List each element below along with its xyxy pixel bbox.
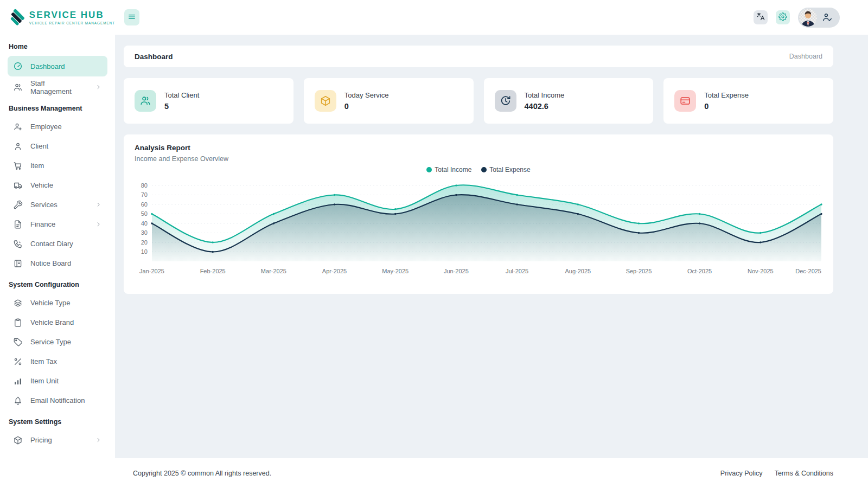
footer-link-terms-conditions[interactable]: Terms & Conditions bbox=[775, 470, 833, 477]
stats-row: Total Client5Today Service0Total Income4… bbox=[124, 78, 833, 124]
board-icon bbox=[13, 259, 23, 268]
sidebar-item-label: Services bbox=[30, 201, 58, 209]
x-axis-label: Dec-2025 bbox=[795, 268, 821, 274]
y-axis-label: 30 bbox=[141, 229, 148, 236]
analysis-report-card: Analysis Report Income and Expense Overv… bbox=[124, 134, 833, 294]
footer-link-privacy-policy[interactable]: Privacy Policy bbox=[720, 470, 763, 477]
service-box-icon bbox=[315, 90, 336, 112]
sidebar-item-service-type[interactable]: Service Type bbox=[8, 333, 107, 351]
stat-value: 5 bbox=[164, 102, 199, 111]
x-axis-label: May-2025 bbox=[382, 268, 409, 274]
x-axis-label: Sep-2025 bbox=[626, 268, 652, 274]
chart-legend: Total IncomeTotal Expense bbox=[135, 166, 822, 174]
x-axis-label: Oct-2025 bbox=[687, 268, 712, 274]
sidebar-item-staff-management[interactable]: Staff Management bbox=[8, 78, 107, 96]
x-axis-label: Nov-2025 bbox=[748, 268, 774, 274]
page-header-card: Dashboard Dashboard bbox=[124, 46, 833, 67]
copyright-text: Copyright 2025 © common All rights reser… bbox=[133, 470, 271, 477]
sidebar-nav: HomeDashboardStaff ManagementBusiness Ma… bbox=[0, 35, 115, 488]
chevron-right-icon bbox=[95, 436, 102, 444]
stat-card-today-service: Today Service0 bbox=[304, 78, 474, 124]
users-icon bbox=[13, 82, 23, 92]
legend-dot bbox=[426, 167, 432, 172]
sidebar-item-vehicle-brand[interactable]: Vehicle Brand bbox=[8, 313, 107, 331]
sidebar-item-label: Pricing bbox=[30, 436, 52, 444]
x-axis-label: Jun-2025 bbox=[444, 268, 469, 274]
sidebar-item-label: Service Type bbox=[30, 338, 71, 346]
y-axis-label: 50 bbox=[141, 210, 148, 217]
cart-icon bbox=[13, 161, 23, 171]
brand-text: SERVICE HUB VEHICLE REPAIR CENTER MANAGE… bbox=[29, 10, 115, 25]
phone-icon bbox=[13, 239, 23, 249]
x-axis-label: Jan-2025 bbox=[139, 268, 164, 274]
legend-item-total-income[interactable]: Total Income bbox=[426, 166, 471, 174]
y-axis-label: 70 bbox=[141, 191, 148, 198]
settings-button[interactable] bbox=[776, 10, 790, 24]
footer-links: Privacy PolicyTerms & Conditions bbox=[720, 470, 833, 477]
legend-dot bbox=[481, 167, 487, 172]
stat-value: 0 bbox=[704, 102, 749, 111]
sidebar-item-label: Item bbox=[30, 162, 44, 170]
stat-value: 4402.6 bbox=[525, 102, 565, 111]
sidebar-section-label-system-configuration: System Configuration bbox=[0, 274, 115, 292]
sidebar-item-pricing[interactable]: Pricing bbox=[8, 431, 107, 449]
main-content: Dashboard Dashboard Total Client5Today S… bbox=[115, 35, 868, 458]
sidebar-item-services[interactable]: Services bbox=[8, 196, 107, 214]
sidebar-item-label: Item Tax bbox=[30, 357, 57, 365]
sidebar-item-finance[interactable]: Finance bbox=[8, 215, 107, 233]
user-icon bbox=[13, 142, 23, 151]
y-axis-label: 20 bbox=[141, 239, 148, 246]
sidebar-item-label: Dashboard bbox=[30, 62, 65, 70]
brand-s-mark-icon bbox=[9, 8, 25, 27]
legend-item-total-expense[interactable]: Total Expense bbox=[481, 166, 530, 174]
sidebar-item-vehicle[interactable]: Vehicle bbox=[8, 176, 107, 194]
sidebar-item-dashboard[interactable]: Dashboard bbox=[8, 56, 107, 76]
wrench-icon bbox=[13, 200, 23, 210]
brand-tagline: VEHICLE REPAIR CENTER MANAGEMENT bbox=[29, 21, 115, 25]
clipboard-icon bbox=[13, 318, 23, 328]
user-plus-icon bbox=[13, 122, 23, 132]
history-clock-icon bbox=[495, 90, 516, 112]
language-button[interactable] bbox=[754, 10, 768, 24]
file-icon bbox=[13, 220, 23, 229]
sidebar-toggle-button[interactable] bbox=[124, 9, 139, 25]
chevron-right-icon bbox=[95, 84, 102, 91]
topbar-actions bbox=[754, 8, 840, 28]
sidebar-item-item-unit[interactable]: Item Unit bbox=[8, 372, 107, 390]
sidebar-item-employee[interactable]: Employee bbox=[8, 118, 107, 136]
brand-logo[interactable]: SERVICE HUB VEHICLE REPAIR CENTER MANAGE… bbox=[0, 8, 115, 27]
sidebar-item-client[interactable]: Client bbox=[8, 137, 107, 155]
x-axis-label: Feb-2025 bbox=[200, 268, 226, 274]
profile-menu[interactable] bbox=[798, 8, 840, 28]
y-axis-label: 60 bbox=[141, 201, 148, 208]
sidebar-item-label: Contact Diary bbox=[30, 240, 73, 248]
sidebar-item-email-notification[interactable]: Email Notification bbox=[8, 391, 107, 409]
stat-card-total-expense: Total Expense0 bbox=[663, 78, 833, 124]
x-axis-label: Mar-2025 bbox=[261, 268, 286, 274]
sidebar-item-label: Employee bbox=[30, 123, 62, 131]
sidebar-item-item[interactable]: Item bbox=[8, 157, 107, 175]
sidebar-item-label: Vehicle Type bbox=[30, 299, 70, 307]
sidebar-item-notice-board[interactable]: Notice Board bbox=[8, 254, 107, 272]
income-expense-area-chart: 1020304050607080Jan-2025Feb-2025Mar-2025… bbox=[135, 175, 822, 281]
sidebar-item-item-tax[interactable]: Item Tax bbox=[8, 352, 107, 370]
sidebar-item-vehicle-type[interactable]: Vehicle Type bbox=[8, 294, 107, 312]
sidebar-item-label: Staff Management bbox=[30, 79, 87, 95]
sidebar-item-label: Client bbox=[30, 142, 48, 150]
x-axis-label: Aug-2025 bbox=[565, 268, 591, 274]
chart-subtitle: Income and Expense Overview bbox=[135, 155, 822, 163]
chevron-right-icon bbox=[95, 201, 102, 208]
sidebar-item-label: Notice Board bbox=[30, 259, 71, 267]
package-icon bbox=[13, 435, 23, 445]
avatar bbox=[799, 9, 817, 27]
menu-icon bbox=[127, 12, 136, 23]
truck-icon bbox=[13, 181, 23, 190]
sidebar-section-label-home: Home bbox=[0, 36, 115, 54]
breadcrumb[interactable]: Dashboard bbox=[789, 53, 822, 60]
sidebar-item-contact-diary[interactable]: Contact Diary bbox=[8, 235, 107, 253]
bars-icon bbox=[13, 376, 23, 386]
topbar: SERVICE HUB VEHICLE REPAIR CENTER MANAGE… bbox=[0, 0, 868, 35]
chevron-right-icon bbox=[95, 221, 102, 228]
sidebar-item-label: Vehicle bbox=[30, 181, 53, 189]
chart-title: Analysis Report bbox=[135, 144, 822, 152]
